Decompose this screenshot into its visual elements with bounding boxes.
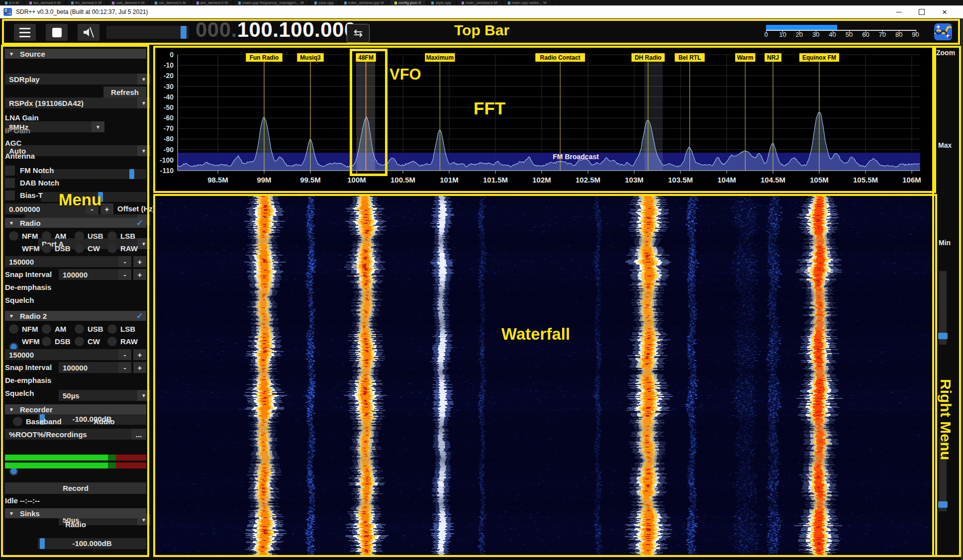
iq-swap-button[interactable]: ⇆ xyxy=(347,24,370,43)
station-label-text: 48FM xyxy=(358,54,374,61)
fft-x-tick: 103.5M xyxy=(668,176,693,184)
radio-squelch-label: Squelch xyxy=(5,296,34,304)
recorder-section-header[interactable]: ▼Recorder xyxy=(5,404,146,414)
lna-gain-slider[interactable] xyxy=(41,169,146,179)
minimize-button[interactable] xyxy=(887,5,910,18)
editor-tab[interactable]: fm_demod.h M xyxy=(66,0,107,5)
frequency-display[interactable]: 000.100.100.000 xyxy=(195,20,356,40)
vfo2-band[interactable] xyxy=(644,55,663,171)
window-edge xyxy=(961,18,963,560)
zoom-slider-handle[interactable] xyxy=(938,333,948,339)
recorder-path-input[interactable]: %ROOT%/Recordings xyxy=(5,429,132,440)
radio-mode-am[interactable] xyxy=(42,231,51,241)
radio2-bandwidth-minus[interactable]: - xyxy=(118,349,131,360)
radio2-mode-am[interactable] xyxy=(42,324,51,334)
recorder-mode-baseband[interactable] xyxy=(13,417,22,426)
recorder-audio-label: Audio xyxy=(94,417,115,426)
checkbox-label-2: Bias-T xyxy=(20,191,43,199)
offset-minus-button[interactable]: - xyxy=(86,203,98,214)
editor-tab[interactable]: d.h M xyxy=(0,0,24,5)
sinks-section-header[interactable]: ▼Sinks xyxy=(5,508,146,518)
close-button[interactable]: ✕ xyxy=(933,5,956,18)
radio-mode-dsb[interactable] xyxy=(42,244,51,253)
refresh-button[interactable]: Refresh xyxy=(103,87,146,97)
editor-tab[interactable]: main_window.h M xyxy=(457,0,503,5)
radio-snap-input[interactable]: 100000 xyxy=(59,269,120,280)
frequency-dim-digits: 000. xyxy=(195,20,237,40)
source-section-header[interactable]: ▼Source xyxy=(5,49,146,59)
radio2-mode-dsb[interactable] xyxy=(42,337,51,346)
maximize-button[interactable] xyxy=(910,5,933,18)
radio2-squelch-slider[interactable]: -100.000dB xyxy=(38,538,146,549)
zoom-slider[interactable] xyxy=(939,271,947,345)
checkbox-fmnotch[interactable] xyxy=(5,166,15,176)
fft-y-tick: -60 xyxy=(164,114,174,122)
source-driver-dropdown[interactable]: SDRplay▼ xyxy=(5,74,150,85)
editor-tab[interactable]: iso_demod.h M xyxy=(24,0,66,5)
mute-button[interactable] xyxy=(78,24,99,41)
checkbox-dabnotch[interactable] xyxy=(5,178,15,188)
editor-tab[interactable]: am_demod.h M xyxy=(192,0,234,5)
fft-plot[interactable]: 0-10-20-30-40-50-60-70-80-90-100-11098.5… xyxy=(153,46,936,193)
radio2-bandwidth-plus[interactable]: + xyxy=(133,349,146,360)
radio2-section-header[interactable]: ▼Radio 2✓ xyxy=(5,311,146,321)
waterfall-display[interactable] xyxy=(155,196,935,556)
radio2-snap-minus[interactable]: - xyxy=(118,362,131,373)
source-device-dropdown[interactable]: RSPdx (191106DA42)▼ xyxy=(5,97,150,108)
radio-mode-lsb[interactable] xyxy=(107,231,117,241)
max-slider-handle[interactable] xyxy=(938,501,948,508)
radio-mode-nfm[interactable] xyxy=(9,231,18,241)
volume-slider-handle[interactable] xyxy=(181,26,187,39)
radio2-mode-label-cw: CW xyxy=(88,337,100,346)
volume-slider[interactable] xyxy=(106,26,189,39)
file-type-icon xyxy=(238,1,241,4)
max-slider[interactable] xyxy=(939,438,947,511)
editor-tab[interactable]: main.cpp frequency_manager\... M xyxy=(233,0,309,5)
editor-tab[interactable]: main_window.cpp M xyxy=(339,0,389,5)
radio-snap-plus[interactable]: + xyxy=(133,269,146,280)
fft-y-tick: 0 xyxy=(170,51,174,59)
radio-bandwidth-input[interactable]: 150000 xyxy=(5,256,120,267)
fft-y-tick: -100 xyxy=(160,156,174,164)
if-gain-slider[interactable] xyxy=(41,192,146,202)
radio-section-header[interactable]: ▼Radio✓ xyxy=(5,218,146,228)
radio2-mode-label-wfm: WFM xyxy=(22,337,40,346)
radio-bandwidth-plus[interactable]: + xyxy=(133,256,146,267)
fft-x-tick: 103M xyxy=(625,176,644,184)
radio2-snap-plus[interactable]: + xyxy=(133,362,146,373)
radio-mode-raw[interactable] xyxy=(107,244,117,253)
editor-tab[interactable]: core.cpp xyxy=(309,0,339,5)
radio-snap-minus[interactable]: - xyxy=(118,269,131,280)
radio-mode-usb[interactable] xyxy=(75,231,84,241)
offset-input[interactable]: 0.000000 xyxy=(5,203,87,214)
editor-tab[interactable]: style.cpp xyxy=(426,0,457,5)
radio-deemphasis-dropdown[interactable]: 50µs▼ xyxy=(59,390,150,401)
radio2-mode-lsb[interactable] xyxy=(107,324,117,334)
editor-tab[interactable]: config.json X xyxy=(389,0,427,5)
menu-toggle-button[interactable] xyxy=(14,24,36,41)
fft-x-tick: 99M xyxy=(257,176,271,184)
radio2-mode-nfm[interactable] xyxy=(9,324,18,334)
editor-tab[interactable]: cw_demod.h M xyxy=(150,0,191,5)
radio-mode-cw[interactable] xyxy=(75,244,84,253)
browse-button[interactable]: ... xyxy=(131,429,146,440)
radio2-mode-raw[interactable] xyxy=(107,337,117,346)
editor-tab[interactable]: main.cpp radio\... M xyxy=(503,0,552,5)
fft-y-tick: -30 xyxy=(164,83,174,91)
minimize-icon xyxy=(896,12,902,12)
if-gain-slider-handle[interactable] xyxy=(98,192,103,202)
chevron-down-icon: ▼ xyxy=(137,74,150,85)
snr-tick-label: 60 xyxy=(862,31,869,38)
radio2-mode-usb[interactable] xyxy=(75,324,84,334)
record-button[interactable]: Record xyxy=(5,482,146,494)
checkbox-biast[interactable] xyxy=(5,190,15,200)
radio2-snap-input[interactable]: 100000 xyxy=(59,362,120,373)
radio-bandwidth-minus[interactable]: - xyxy=(118,256,131,267)
offset-plus-button[interactable]: + xyxy=(100,203,113,214)
editor-tab[interactable]: usb_demod.h M xyxy=(107,0,150,5)
stop-button[interactable] xyxy=(46,24,68,41)
radio2-bandwidth-input[interactable]: 150000 xyxy=(5,349,120,360)
lna-gain-slider-handle[interactable] xyxy=(129,169,134,179)
radio2-mode-cw[interactable] xyxy=(75,337,84,346)
fft-x-tick: 98.5M xyxy=(207,176,228,184)
